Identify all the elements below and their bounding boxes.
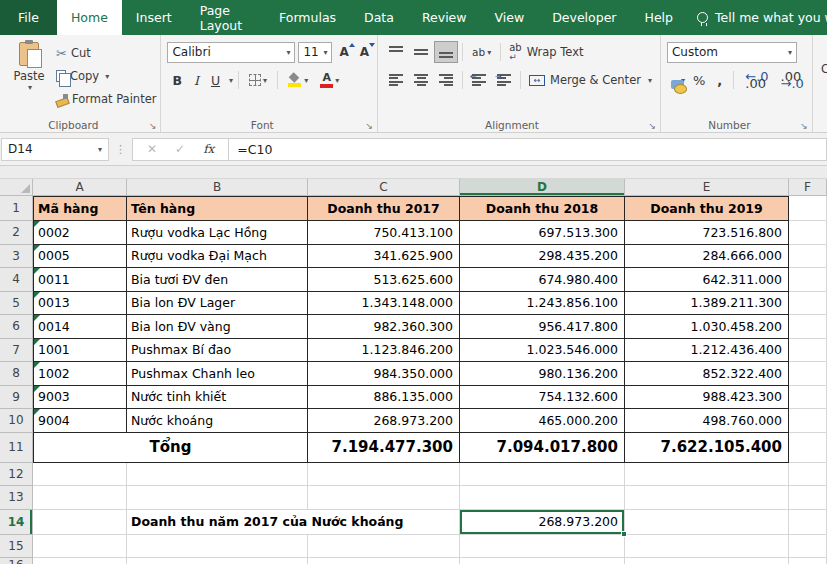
cell-b1[interactable]: Tên hàng: [127, 196, 308, 221]
column-header-a[interactable]: A: [33, 179, 127, 196]
cell-d11[interactable]: 7.094.017.800: [460, 433, 625, 463]
cell-e15[interactable]: [625, 535, 789, 559]
increase-indent-button[interactable]: [492, 69, 516, 91]
cell-d16[interactable]: [460, 558, 625, 564]
accounting-format-button[interactable]: [667, 78, 675, 82]
cell-b12[interactable]: [127, 463, 308, 487]
cell-f9[interactable]: [789, 386, 827, 410]
cell-a2[interactable]: 0002: [33, 221, 127, 245]
cell-f10[interactable]: [789, 409, 827, 433]
formula-input[interactable]: =C10: [229, 138, 827, 161]
conditional-formatting-button[interactable]: Conditional Formatting: [812, 35, 827, 132]
cell-e10[interactable]: 498.760.000: [625, 409, 789, 433]
underline-button[interactable]: U: [206, 71, 225, 90]
cell-a6[interactable]: 0014: [33, 315, 127, 339]
row-header-3[interactable]: 3: [0, 245, 33, 269]
cell-b5[interactable]: Bia lon ĐV Lager: [127, 292, 308, 316]
cell-b14-note-label[interactable]: Doanh thu năm 2017 của Nước khoáng: [127, 510, 460, 535]
tab-help[interactable]: Help: [631, 0, 688, 35]
decrease-decimal-button[interactable]: .00→.0: [777, 71, 808, 89]
cell-c11[interactable]: 7.194.477.300: [308, 433, 460, 463]
cell-c4[interactable]: 513.625.600: [308, 268, 460, 292]
copy-button[interactable]: Copy ▾: [56, 66, 156, 86]
cell-d10[interactable]: 465.000.200: [460, 409, 625, 433]
cell-e11[interactable]: 7.622.105.400: [625, 433, 789, 463]
cell-a14[interactable]: [33, 510, 127, 535]
row-header-14[interactable]: 14: [0, 510, 33, 535]
tab-page-layout[interactable]: Page Layout: [186, 0, 265, 35]
enter-button[interactable]: ✓: [167, 142, 193, 156]
name-box[interactable]: D14 ▾: [1, 138, 109, 161]
cell-e16[interactable]: [625, 558, 789, 564]
cell-d5[interactable]: 1.243.856.100: [460, 292, 625, 316]
comma-style-button[interactable]: ,: [713, 71, 726, 90]
underline-dropdown-icon[interactable]: ▾: [229, 76, 233, 85]
fill-color-button[interactable]: ▾: [283, 71, 313, 89]
cell-a16[interactable]: [33, 558, 127, 564]
cell-a11-total-label[interactable]: Tổng: [33, 433, 308, 463]
cell-d15[interactable]: [460, 535, 625, 559]
paste-dropdown-icon[interactable]: ▾: [28, 83, 32, 92]
cell-b2[interactable]: Rượu vodka Lạc Hồng: [127, 221, 308, 245]
cell-f13[interactable]: [789, 486, 827, 510]
cell-f14[interactable]: [789, 510, 827, 535]
cell-f2[interactable]: [789, 221, 827, 245]
cell-e9[interactable]: 988.423.300: [625, 386, 789, 410]
cell-a7[interactable]: 1001: [33, 339, 127, 363]
cell-e2[interactable]: 723.516.800: [625, 221, 789, 245]
cell-a4[interactable]: 0011: [33, 268, 127, 292]
font-size-select[interactable]: 11 ▾: [298, 42, 332, 63]
cell-c16[interactable]: [308, 558, 460, 564]
orientation-button[interactable]: ab▾: [467, 41, 496, 63]
row-header-8[interactable]: 8: [0, 362, 33, 386]
cell-e7[interactable]: 1.212.436.400: [625, 339, 789, 363]
cancel-button[interactable]: ✕: [139, 142, 165, 156]
cell-c5[interactable]: 1.343.148.000: [308, 292, 460, 316]
cell-f5[interactable]: [789, 292, 827, 316]
cut-button[interactable]: ✂ Cut: [56, 43, 156, 63]
bottom-align-button[interactable]: [434, 41, 458, 63]
tab-view[interactable]: View: [481, 0, 539, 35]
row-header-7[interactable]: 7: [0, 339, 33, 363]
cell-b15[interactable]: [127, 535, 308, 559]
row-header-4[interactable]: 4: [0, 268, 33, 292]
select-all-corner[interactable]: [0, 179, 33, 196]
middle-align-button[interactable]: [409, 41, 433, 63]
tab-developer[interactable]: Developer: [538, 0, 630, 35]
cell-c15[interactable]: [308, 535, 460, 559]
tab-review[interactable]: Review: [408, 0, 481, 35]
copy-dropdown-icon[interactable]: ▾: [105, 72, 109, 81]
cell-e13[interactable]: [625, 486, 789, 510]
cell-e4[interactable]: 642.311.000: [625, 268, 789, 292]
cell-f11[interactable]: [789, 433, 827, 463]
row-header-13[interactable]: 13: [0, 486, 33, 510]
cell-b10[interactable]: Nước khoáng: [127, 409, 308, 433]
cell-b16[interactable]: [127, 558, 308, 564]
font-dialog-launcher[interactable]: ↘: [366, 121, 374, 131]
alignment-dialog-launcher[interactable]: ↘: [648, 121, 656, 131]
cell-c10[interactable]: 268.973.200: [308, 409, 460, 433]
cell-a10[interactable]: 9004: [33, 409, 127, 433]
cell-e3[interactable]: 284.666.000: [625, 245, 789, 269]
column-header-b[interactable]: B: [127, 179, 308, 196]
cell-f4[interactable]: [789, 268, 827, 292]
font-name-select[interactable]: Calibri ▾: [167, 42, 295, 63]
cell-a5[interactable]: 0013: [33, 292, 127, 316]
shrink-font-button[interactable]: A: [356, 43, 373, 61]
cell-d13[interactable]: [460, 486, 625, 510]
tab-home[interactable]: Home: [57, 0, 122, 35]
cell-d9[interactable]: 754.132.600: [460, 386, 625, 410]
cell-b6[interactable]: Bia lon ĐV vàng: [127, 315, 308, 339]
name-box-dropdown-icon[interactable]: ▾: [98, 145, 102, 154]
tab-formulas[interactable]: Formulas: [265, 0, 350, 35]
row-header-1[interactable]: 1: [0, 196, 33, 221]
number-dialog-launcher[interactable]: ↘: [800, 121, 808, 131]
format-painter-button[interactable]: Format Painter: [56, 89, 156, 109]
cell-d8[interactable]: 980.136.200: [460, 362, 625, 386]
cell-e6[interactable]: 1.030.458.200: [625, 315, 789, 339]
cell-d12[interactable]: [460, 463, 625, 487]
cell-c2[interactable]: 750.413.100: [308, 221, 460, 245]
column-header-f[interactable]: F: [789, 179, 827, 196]
cell-a3[interactable]: 0005: [33, 245, 127, 269]
row-header-15[interactable]: 15: [0, 535, 33, 559]
